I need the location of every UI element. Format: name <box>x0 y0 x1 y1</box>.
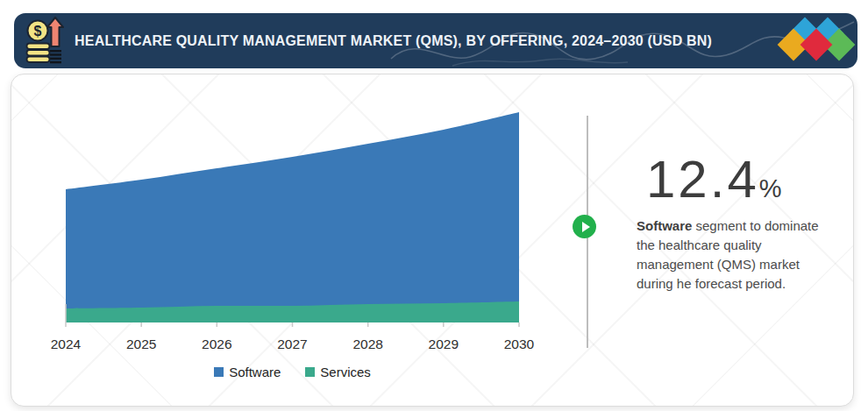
legend-item-software: Software <box>214 365 281 379</box>
x-axis-label: 2024 <box>35 337 96 352</box>
legend-item-services: Services <box>305 365 371 379</box>
play-button[interactable] <box>573 215 596 238</box>
x-axis-label: 2030 <box>488 337 550 352</box>
brand-logo-diamonds <box>778 18 856 61</box>
x-axis-label: 2026 <box>186 337 247 352</box>
x-axis-label: 2029 <box>413 337 474 352</box>
stat-value: 12.4 <box>646 153 759 206</box>
legend-label: Software <box>229 365 281 379</box>
percent-sign: % <box>759 176 782 202</box>
header-decoration <box>14 13 857 68</box>
chart-legend: Software Services <box>66 365 519 379</box>
x-axis-label: 2028 <box>338 337 399 352</box>
x-axis-label: 2027 <box>262 337 324 352</box>
cagr-stat: 12.4 % <box>646 153 782 206</box>
header-band: $ HEALTHCARE QUALITY MANAGEMENT MARKET (… <box>14 13 857 68</box>
infographic-screen: $ HEALTHCARE QUALITY MANAGEMENT MARKET (… <box>0 0 868 411</box>
x-axis-label: 2025 <box>110 337 172 352</box>
legend-label: Services <box>320 365 371 379</box>
insight-text: Software segment to dominate the healthc… <box>637 216 826 294</box>
software-area <box>66 112 519 322</box>
wave-line-2 <box>452 59 628 66</box>
play-icon <box>582 222 590 232</box>
insight-bold-lead: Software <box>637 218 692 233</box>
stacked-area-chart <box>66 105 519 329</box>
services-swatch <box>305 367 315 377</box>
software-swatch <box>214 367 224 377</box>
